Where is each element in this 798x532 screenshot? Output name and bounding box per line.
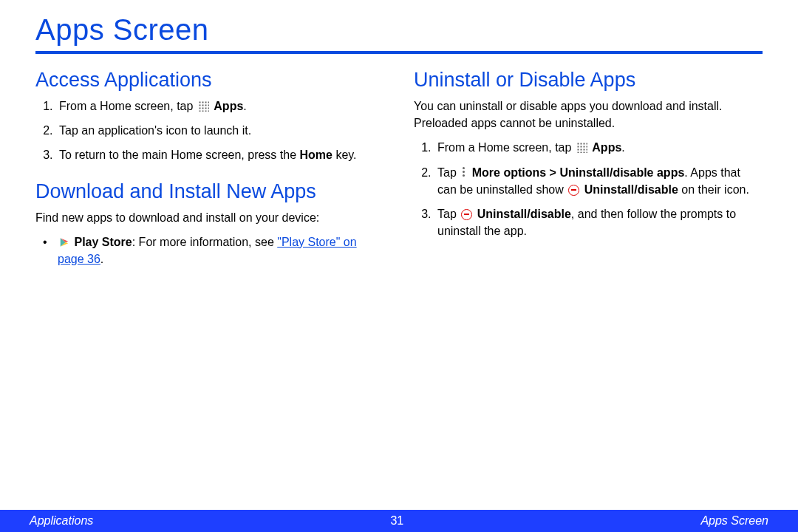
- uninstall-disable-icon: [461, 209, 472, 220]
- play-store-icon: [59, 235, 69, 245]
- page-title: Apps Screen: [35, 13, 763, 47]
- text-bold: Apps: [592, 141, 621, 154]
- uninstall-steps: From a Home screen, tap Apps. Tap More o…: [414, 139, 763, 239]
- list-item: From a Home screen, tap Apps.: [56, 98, 384, 115]
- two-column-layout: Access Applications From a Home screen, …: [35, 64, 763, 275]
- text: .: [100, 253, 103, 265]
- text: From a Home screen, tap: [437, 141, 575, 154]
- left-column: Access Applications From a Home screen, …: [35, 64, 384, 275]
- text: To return to the main Home screen, press…: [59, 149, 299, 161]
- section-download-install: Download and Install New Apps: [35, 180, 384, 203]
- text: : For more information, see: [132, 236, 278, 248]
- text: on their icon.: [678, 183, 749, 196]
- title-rule: [35, 51, 763, 54]
- list-item: From a Home screen, tap Apps.: [434, 139, 763, 156]
- list-item: Tap an application's icon to launch it.: [56, 122, 384, 139]
- text-bold: More options > Uninstall/disable apps: [472, 166, 685, 179]
- text-bold: Uninstall/disable: [477, 208, 571, 220]
- page-root: Apps Screen Access Applications From a H…: [0, 0, 798, 532]
- text-bold: Play Store: [74, 236, 132, 248]
- more-options-icon: [460, 167, 468, 178]
- uninstall-disable-icon: [568, 185, 579, 196]
- text: From a Home screen, tap: [59, 100, 197, 112]
- access-apps-steps: From a Home screen, tap Apps. Tap an app…: [35, 98, 384, 164]
- right-column: Uninstall or Disable Apps You can uninst…: [414, 64, 763, 275]
- section-access-applications: Access Applications: [35, 69, 384, 92]
- list-item: Play Store: For more information, see "P…: [50, 233, 384, 267]
- text: .: [243, 100, 246, 112]
- list-item: To return to the main Home screen, press…: [56, 146, 384, 163]
- text: Tap: [437, 166, 460, 179]
- download-intro: Find new apps to download and install on…: [35, 209, 384, 226]
- download-list: Play Store: For more information, see "P…: [35, 233, 384, 267]
- list-item: Tap More options > Uninstall/disable app…: [434, 164, 763, 198]
- footer-left: Applications: [30, 514, 93, 528]
- apps-grid-icon: [576, 142, 587, 153]
- text-bold: Apps: [214, 100, 243, 112]
- text: Tap: [437, 208, 460, 220]
- text: .: [621, 141, 624, 154]
- section-uninstall-disable: Uninstall or Disable Apps: [414, 69, 763, 92]
- footer-page-number: 31: [390, 514, 403, 528]
- text-bold: Uninstall/disable: [584, 183, 678, 196]
- footer-bar: Applications 31 Apps Screen: [0, 510, 798, 532]
- list-item: Tap Uninstall/disable, and then follow t…: [434, 205, 763, 239]
- uninstall-intro: You can uninstall or disable apps you do…: [414, 98, 763, 132]
- text: key.: [332, 149, 357, 161]
- footer-right: Apps Screen: [700, 514, 768, 528]
- text-bold: Home: [299, 149, 332, 161]
- apps-grid-icon: [198, 100, 209, 112]
